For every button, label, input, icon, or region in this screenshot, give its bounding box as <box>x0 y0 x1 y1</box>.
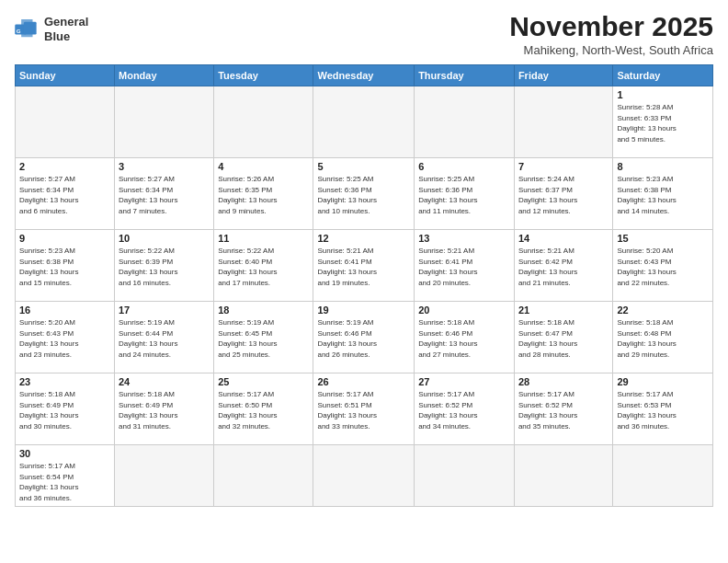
calendar-cell: 9Sunrise: 5:23 AMSunset: 6:38 PMDaylight… <box>16 230 115 302</box>
day-number: 5 <box>317 161 410 172</box>
calendar-table: SundayMondayTuesdayWednesdayThursdayFrid… <box>15 64 713 507</box>
logo-icon: G <box>15 19 40 40</box>
calendar-cell: 24Sunrise: 5:18 AMSunset: 6:49 PMDayligh… <box>115 373 214 445</box>
calendar-cell <box>214 86 313 158</box>
day-number: 26 <box>317 376 410 387</box>
day-number: 8 <box>617 161 709 172</box>
logo-text: General Blue <box>44 15 88 43</box>
day-number: 1 <box>617 89 709 100</box>
logo-general: General <box>44 15 88 29</box>
day-info: Sunrise: 5:22 AMSunset: 6:39 PMDaylight:… <box>119 246 210 288</box>
location-subtitle: Mahikeng, North-West, South Africa <box>509 43 713 57</box>
calendar-cell: 26Sunrise: 5:17 AMSunset: 6:51 PMDayligh… <box>313 373 415 445</box>
calendar-cell: 14Sunrise: 5:21 AMSunset: 6:42 PMDayligh… <box>514 230 612 302</box>
day-info: Sunrise: 5:19 AMSunset: 6:44 PMDaylight:… <box>119 317 210 360</box>
day-number: 2 <box>19 161 110 172</box>
logo: G General Blue <box>15 15 88 43</box>
calendar-cell: 5Sunrise: 5:25 AMSunset: 6:36 PMDaylight… <box>313 158 415 230</box>
logo-blue: Blue <box>44 29 70 43</box>
calendar-cell: 27Sunrise: 5:17 AMSunset: 6:52 PMDayligh… <box>415 373 515 445</box>
day-info: Sunrise: 5:24 AMSunset: 6:37 PMDaylight:… <box>518 174 609 216</box>
day-info: Sunrise: 5:17 AMSunset: 6:52 PMDaylight:… <box>418 389 510 431</box>
calendar-cell: 23Sunrise: 5:18 AMSunset: 6:49 PMDayligh… <box>16 373 115 445</box>
calendar-cell: 17Sunrise: 5:19 AMSunset: 6:44 PMDayligh… <box>115 302 214 373</box>
calendar-cell <box>514 445 612 507</box>
calendar-cell: 2Sunrise: 5:27 AMSunset: 6:34 PMDaylight… <box>16 158 115 230</box>
day-info: Sunrise: 5:17 AMSunset: 6:54 PMDaylight:… <box>19 461 110 503</box>
calendar-cell: 22Sunrise: 5:18 AMSunset: 6:48 PMDayligh… <box>613 302 713 373</box>
calendar-cell: 1Sunrise: 5:28 AMSunset: 6:33 PMDaylight… <box>613 86 713 158</box>
calendar-week-3: 9Sunrise: 5:23 AMSunset: 6:38 PMDaylight… <box>16 230 713 302</box>
day-info: Sunrise: 5:26 AMSunset: 6:35 PMDaylight:… <box>218 174 309 216</box>
calendar-cell: 25Sunrise: 5:17 AMSunset: 6:50 PMDayligh… <box>214 373 313 445</box>
calendar-cell: 13Sunrise: 5:21 AMSunset: 6:41 PMDayligh… <box>415 230 515 302</box>
calendar-cell: 21Sunrise: 5:18 AMSunset: 6:47 PMDayligh… <box>514 302 612 373</box>
calendar-cell: 4Sunrise: 5:26 AMSunset: 6:35 PMDaylight… <box>214 158 313 230</box>
calendar-cell <box>214 445 313 507</box>
calendar-cell: 28Sunrise: 5:17 AMSunset: 6:52 PMDayligh… <box>514 373 612 445</box>
title-block: November 2025 Mahikeng, North-West, Sout… <box>509 11 713 57</box>
calendar-cell <box>115 86 214 158</box>
calendar-week-2: 2Sunrise: 5:27 AMSunset: 6:34 PMDaylight… <box>16 158 713 230</box>
weekday-header-wednesday: Wednesday <box>313 65 415 86</box>
calendar-cell: 19Sunrise: 5:19 AMSunset: 6:46 PMDayligh… <box>313 302 415 373</box>
calendar-cell: 10Sunrise: 5:22 AMSunset: 6:39 PMDayligh… <box>115 230 214 302</box>
calendar-cell: 15Sunrise: 5:20 AMSunset: 6:43 PMDayligh… <box>613 230 713 302</box>
day-info: Sunrise: 5:27 AMSunset: 6:34 PMDaylight:… <box>119 174 210 216</box>
calendar-cell: 8Sunrise: 5:23 AMSunset: 6:38 PMDaylight… <box>613 158 713 230</box>
day-info: Sunrise: 5:22 AMSunset: 6:40 PMDaylight:… <box>218 246 309 288</box>
day-number: 29 <box>617 376 709 387</box>
day-info: Sunrise: 5:18 AMSunset: 6:46 PMDaylight:… <box>418 317 510 360</box>
day-number: 22 <box>617 304 709 316</box>
svg-rect-2 <box>24 21 37 34</box>
calendar-week-4: 16Sunrise: 5:20 AMSunset: 6:43 PMDayligh… <box>16 302 713 373</box>
day-number: 19 <box>317 304 410 316</box>
day-number: 30 <box>19 448 110 459</box>
day-number: 6 <box>418 161 510 172</box>
month-title: November 2025 <box>509 11 713 41</box>
day-number: 23 <box>19 376 110 387</box>
page: G General Blue November 2025 Mahikeng, N… <box>0 0 728 563</box>
day-info: Sunrise: 5:17 AMSunset: 6:52 PMDaylight:… <box>518 389 609 431</box>
day-info: Sunrise: 5:20 AMSunset: 6:43 PMDaylight:… <box>19 317 110 360</box>
day-info: Sunrise: 5:28 AMSunset: 6:33 PMDaylight:… <box>617 102 709 144</box>
day-info: Sunrise: 5:18 AMSunset: 6:49 PMDaylight:… <box>19 389 110 431</box>
weekday-header-monday: Monday <box>115 65 214 86</box>
day-number: 16 <box>19 304 110 316</box>
calendar-cell: 30Sunrise: 5:17 AMSunset: 6:54 PMDayligh… <box>16 445 115 507</box>
day-number: 24 <box>119 376 210 387</box>
day-info: Sunrise: 5:21 AMSunset: 6:41 PMDaylight:… <box>418 246 510 288</box>
day-info: Sunrise: 5:25 AMSunset: 6:36 PMDaylight:… <box>418 174 510 216</box>
day-number: 7 <box>518 161 609 172</box>
day-number: 12 <box>317 233 410 244</box>
calendar-cell <box>415 86 515 158</box>
calendar-cell: 11Sunrise: 5:22 AMSunset: 6:40 PMDayligh… <box>214 230 313 302</box>
calendar-cell <box>415 445 515 507</box>
day-info: Sunrise: 5:19 AMSunset: 6:45 PMDaylight:… <box>218 317 309 360</box>
calendar-cell: 6Sunrise: 5:25 AMSunset: 6:36 PMDaylight… <box>415 158 515 230</box>
day-number: 11 <box>218 233 309 244</box>
day-info: Sunrise: 5:19 AMSunset: 6:46 PMDaylight:… <box>317 317 410 360</box>
day-info: Sunrise: 5:18 AMSunset: 6:48 PMDaylight:… <box>617 317 709 360</box>
day-number: 3 <box>119 161 210 172</box>
day-number: 21 <box>518 304 609 316</box>
day-number: 10 <box>119 233 210 244</box>
day-info: Sunrise: 5:23 AMSunset: 6:38 PMDaylight:… <box>19 246 110 288</box>
day-number: 9 <box>19 233 110 244</box>
day-number: 28 <box>518 376 609 387</box>
weekday-header-friday: Friday <box>514 65 612 86</box>
day-number: 17 <box>119 304 210 316</box>
weekday-header-row: SundayMondayTuesdayWednesdayThursdayFrid… <box>16 65 713 86</box>
calendar-cell: 20Sunrise: 5:18 AMSunset: 6:46 PMDayligh… <box>415 302 515 373</box>
day-info: Sunrise: 5:21 AMSunset: 6:42 PMDaylight:… <box>518 246 609 288</box>
calendar-week-5: 23Sunrise: 5:18 AMSunset: 6:49 PMDayligh… <box>16 373 713 445</box>
day-number: 18 <box>218 304 309 316</box>
weekday-header-thursday: Thursday <box>415 65 515 86</box>
weekday-header-sunday: Sunday <box>16 65 115 86</box>
calendar-cell <box>313 445 415 507</box>
day-info: Sunrise: 5:27 AMSunset: 6:34 PMDaylight:… <box>19 174 110 216</box>
weekday-header-saturday: Saturday <box>613 65 713 86</box>
calendar-week-1: 1Sunrise: 5:28 AMSunset: 6:33 PMDaylight… <box>16 86 713 158</box>
day-info: Sunrise: 5:20 AMSunset: 6:43 PMDaylight:… <box>617 246 709 288</box>
day-number: 20 <box>418 304 510 316</box>
